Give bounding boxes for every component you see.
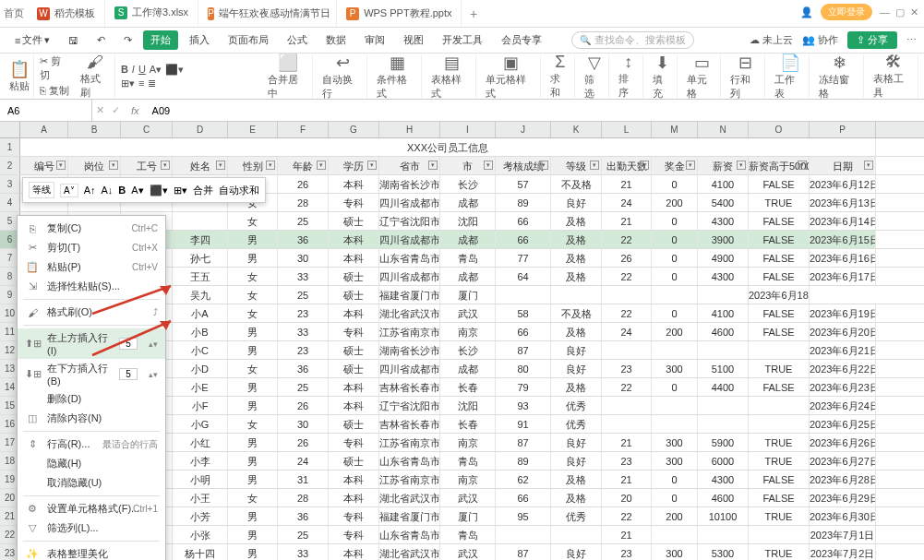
cell[interactable]: 89 xyxy=(496,194,551,211)
row-header[interactable]: 2 xyxy=(0,157,20,174)
cell[interactable]: 2023年6月12日 xyxy=(810,175,876,193)
cell[interactable]: 30 xyxy=(278,249,329,267)
cell[interactable]: 成都 xyxy=(440,231,496,248)
cell[interactable]: 87 xyxy=(496,544,551,560)
bold-button[interactable]: B xyxy=(118,185,126,196)
cell[interactable]: 62 xyxy=(496,471,551,488)
border-button[interactable]: ⊞▾ xyxy=(121,77,135,89)
cond-format[interactable]: ▦条件格式 xyxy=(373,55,422,98)
cell[interactable]: 硕士 xyxy=(329,452,379,470)
cell[interactable]: 成都 xyxy=(440,360,496,377)
cell[interactable]: 小D xyxy=(173,360,228,377)
cell[interactable]: 硕士 xyxy=(329,286,379,304)
cell[interactable]: 小红 xyxy=(173,434,228,451)
cell[interactable]: 南京 xyxy=(440,471,496,488)
cell[interactable]: 长沙 xyxy=(440,175,496,193)
cell[interactable]: 成都 xyxy=(440,194,496,211)
wrap-group[interactable]: ↩自动换行 xyxy=(318,55,367,98)
cell[interactable]: 4100 xyxy=(698,304,749,322)
font-color-button[interactable]: A▾ xyxy=(150,64,162,76)
cell[interactable]: 300 xyxy=(652,544,698,560)
cell[interactable]: 不及格 xyxy=(551,175,602,193)
cell[interactable]: 4300 xyxy=(698,212,749,230)
cloud-status[interactable]: ☁ 未上云 xyxy=(750,33,793,47)
font-size-select[interactable]: A˅ xyxy=(60,184,78,197)
cell[interactable]: 不及格 xyxy=(551,304,602,322)
cell[interactable]: 33 xyxy=(278,323,329,340)
cell[interactable] xyxy=(496,286,551,304)
user-icon[interactable]: 👤 xyxy=(800,6,813,18)
cell[interactable]: 湖南省长沙市 xyxy=(379,175,440,193)
align-center-button[interactable]: ≣ xyxy=(148,77,156,89)
cell[interactable]: 吴九 xyxy=(173,286,228,304)
filter-dropdown-icon[interactable]: ▾ xyxy=(590,161,599,170)
filter-dropdown-icon[interactable]: ▾ xyxy=(367,161,377,170)
cell[interactable]: 专科 xyxy=(329,507,379,525)
autosum-button[interactable]: 自动求和 xyxy=(219,184,259,197)
cell[interactable]: 及格 xyxy=(551,323,602,340)
menu-insert[interactable]: 插入 xyxy=(182,30,217,50)
cell[interactable]: 2023年6月30日 xyxy=(810,507,876,525)
cell[interactable] xyxy=(551,526,602,543)
filter-dropdown-icon[interactable]: ▾ xyxy=(864,161,873,170)
cell[interactable]: 2023年6月26日 xyxy=(810,434,876,451)
cell[interactable]: TRUE xyxy=(749,507,810,525)
cell[interactable] xyxy=(602,397,652,414)
cell[interactable]: 四川省成都市 xyxy=(379,360,440,377)
doc-tab-templates[interactable]: W稻壳模板 xyxy=(28,1,105,27)
cell[interactable]: 2023年6月14日 xyxy=(810,212,876,230)
col-header[interactable]: P xyxy=(810,122,876,137)
cell[interactable]: 0 xyxy=(652,304,698,322)
cell[interactable]: 4400 xyxy=(698,378,749,396)
cell[interactable]: 300 xyxy=(652,452,698,470)
underline-button[interactable]: U xyxy=(138,64,146,75)
filter-dropdown-icon[interactable]: ▾ xyxy=(640,161,649,170)
cell[interactable]: FALSE xyxy=(749,489,810,506)
header-cell[interactable]: 日期▾ xyxy=(810,157,876,174)
redo-icon[interactable]: ↷ xyxy=(116,31,139,49)
cell[interactable]: 2023年6月25日 xyxy=(810,415,876,433)
cell[interactable]: 300 xyxy=(652,360,698,377)
freeze-group[interactable]: ❄冻结窗格 xyxy=(815,55,864,98)
cell[interactable]: 66 xyxy=(496,489,551,506)
cell[interactable]: 男 xyxy=(228,526,278,543)
cell[interactable] xyxy=(652,526,698,543)
cell[interactable]: TRUE xyxy=(749,360,810,377)
cell[interactable]: 及格 xyxy=(551,378,602,396)
cell[interactable]: 80 xyxy=(496,360,551,377)
cell[interactable]: 辽宁省沈阳市 xyxy=(379,397,440,414)
cell[interactable]: 女 xyxy=(228,268,278,285)
cell[interactable]: 31 xyxy=(278,471,329,488)
cell[interactable]: 本科 xyxy=(329,175,379,193)
cell[interactable]: TRUE xyxy=(749,194,810,211)
cell[interactable] xyxy=(602,286,652,304)
menu-vip[interactable]: 会员专享 xyxy=(494,30,549,50)
cm-beautify[interactable]: ✨表格整理美化 xyxy=(18,544,165,560)
cell[interactable]: 26 xyxy=(278,175,329,193)
cell[interactable]: 2023年6月16日 xyxy=(810,249,876,267)
cell[interactable]: TRUE xyxy=(749,452,810,470)
cm-cell-format[interactable]: ⚙设置单元格格式(F)...Ctrl+1 xyxy=(18,499,165,518)
header-cell[interactable]: 薪资▾ xyxy=(698,157,749,174)
filter-dropdown-icon[interactable]: ▾ xyxy=(109,161,118,170)
cell[interactable]: 四川省成都市 xyxy=(379,194,440,211)
cell[interactable]: 95 xyxy=(496,507,551,525)
cell[interactable]: 吉林省长春市 xyxy=(379,415,440,433)
fill-group[interactable]: ⬇填充 xyxy=(649,55,678,98)
cell[interactable] xyxy=(698,286,749,304)
cell[interactable]: 25 xyxy=(278,212,329,230)
cell[interactable]: 专科 xyxy=(329,323,379,340)
cell[interactable]: 4300 xyxy=(698,268,749,285)
cell[interactable]: 本科 xyxy=(329,378,379,396)
undo-icon[interactable]: ↶ xyxy=(90,31,113,49)
cell[interactable]: FALSE xyxy=(749,268,810,285)
cell[interactable]: 26 xyxy=(278,397,329,414)
home-tab[interactable]: 首页 xyxy=(0,6,28,20)
cell[interactable]: 男 xyxy=(228,471,278,488)
cm-paste-special[interactable]: ⇲选择性粘贴(S)... xyxy=(18,277,165,296)
menu-data[interactable]: 数据 xyxy=(318,30,354,50)
cell[interactable]: FALSE xyxy=(749,175,810,193)
cell[interactable]: 良好 xyxy=(551,452,602,470)
cell[interactable]: 湖北省武汉市 xyxy=(379,304,440,322)
cm-insert-below[interactable]: ⬇⊞在下方插入行(B)▴▾ xyxy=(18,359,165,389)
